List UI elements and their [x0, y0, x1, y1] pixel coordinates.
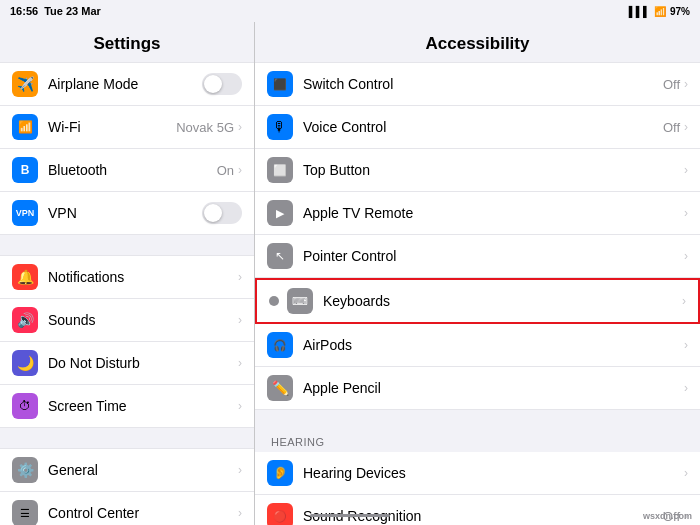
watermark: wsxdn.com — [643, 511, 692, 521]
chevron-icon: › — [238, 463, 242, 477]
right-item-hearingdevices[interactable]: 👂 Hearing Devices › — [255, 452, 700, 495]
right-panel-title: Accessibility — [255, 22, 700, 62]
battery-indicator: 97% — [670, 6, 690, 17]
keyboards-icon: ⌨ — [287, 288, 313, 314]
scroll-indicator — [310, 514, 390, 517]
sidebar-title: Settings — [0, 22, 254, 62]
airpods-icon: 🎧 — [267, 332, 293, 358]
status-bar-left: 16:56 Tue 23 Mar — [10, 5, 101, 17]
sidebar-item-donotdisturb[interactable]: 🌙 Do Not Disturb › — [0, 342, 254, 385]
sidebar-gap-2 — [0, 430, 254, 448]
chevron-icon: › — [684, 77, 688, 91]
right-panel: Accessibility ⬛ Switch Control Off › 🎙 V… — [255, 22, 700, 525]
chevron-icon: › — [238, 399, 242, 413]
right-item-soundrecognition[interactable]: 🔴 Sound Recognition Off › — [255, 495, 700, 525]
right-item-applepencil[interactable]: ✏️ Apple Pencil › — [255, 367, 700, 410]
sidebar-gap-1 — [0, 237, 254, 255]
sidebar-item-vpn[interactable]: VPN VPN — [0, 192, 254, 235]
sidebar-item-notifications[interactable]: 🔔 Notifications › — [0, 255, 254, 299]
pointercontrol-icon: ↖ — [267, 243, 293, 269]
chevron-icon: › — [238, 163, 242, 177]
right-item-voicecontrol[interactable]: 🎙 Voice Control Off › — [255, 106, 700, 149]
chevron-icon: › — [684, 206, 688, 220]
soundrecognition-icon: 🔴 — [267, 503, 293, 525]
chevron-icon: › — [684, 466, 688, 480]
sounds-icon: 🔊 — [12, 307, 38, 333]
chevron-icon: › — [682, 294, 686, 308]
status-time: 16:56 — [10, 5, 38, 17]
right-item-pointercontrol[interactable]: ↖ Pointer Control › — [255, 235, 700, 278]
chevron-icon: › — [238, 270, 242, 284]
airplane-toggle[interactable] — [202, 73, 242, 95]
notifications-icon: 🔔 — [12, 264, 38, 290]
screentime-icon: ⏱ — [12, 393, 38, 419]
section-label-hearing: HEARING — [255, 428, 700, 452]
status-date: Tue 23 Mar — [44, 5, 101, 17]
chevron-icon: › — [684, 338, 688, 352]
vpn-icon: VPN — [12, 200, 38, 226]
vpn-toggle[interactable] — [202, 202, 242, 224]
airplane-icon: ✈️ — [12, 71, 38, 97]
sidebar-group-system: ⚙️ General › ☰ Control Center › ☀️ Displ… — [0, 448, 254, 525]
sidebar-item-controlcenter[interactable]: ☰ Control Center › — [0, 492, 254, 525]
wifi-icon: 📶 — [12, 114, 38, 140]
bluetooth-icon: B — [12, 157, 38, 183]
right-item-topbutton[interactable]: ⬜ Top Button › — [255, 149, 700, 192]
right-section-1: ⬛ Switch Control Off › 🎙 Voice Control O… — [255, 62, 700, 410]
voicecontrol-icon: 🎙 — [267, 114, 293, 140]
chevron-icon: › — [684, 381, 688, 395]
signal-icon: ▌▌▌ — [629, 6, 650, 17]
switchcontrol-icon: ⬛ — [267, 71, 293, 97]
appletv-icon: ▶ — [267, 200, 293, 226]
sidebar-item-general[interactable]: ⚙️ General › — [0, 448, 254, 492]
chevron-icon: › — [684, 120, 688, 134]
sidebar-item-airplane[interactable]: ✈️ Airplane Mode — [0, 62, 254, 106]
controlcenter-icon: ☰ — [12, 500, 38, 525]
donotdisturb-icon: 🌙 — [12, 350, 38, 376]
chevron-icon: › — [238, 313, 242, 327]
chevron-icon: › — [238, 120, 242, 134]
sidebar: Settings ✈️ Airplane Mode 📶 Wi-Fi Novak … — [0, 22, 255, 525]
chevron-icon: › — [684, 163, 688, 177]
status-bar-right: ▌▌▌ 📶 97% — [629, 6, 690, 17]
right-item-switchcontrol[interactable]: ⬛ Switch Control Off › — [255, 62, 700, 106]
sidebar-item-sounds[interactable]: 🔊 Sounds › — [0, 299, 254, 342]
chevron-icon: › — [238, 506, 242, 520]
sidebar-item-bluetooth[interactable]: B Bluetooth On › — [0, 149, 254, 192]
right-item-airpods[interactable]: 🎧 AirPods › — [255, 324, 700, 367]
right-item-keyboards[interactable]: ⌨ Keyboards › — [255, 278, 700, 324]
sidebar-group-notifications: 🔔 Notifications › 🔊 Sounds › 🌙 Do Not Di… — [0, 255, 254, 428]
chevron-icon: › — [238, 356, 242, 370]
sidebar-item-screentime[interactable]: ⏱ Screen Time › — [0, 385, 254, 428]
selected-dot — [269, 296, 279, 306]
right-section-hearing: HEARING 👂 Hearing Devices › 🔴 Sound Reco… — [255, 428, 700, 525]
status-bar: 16:56 Tue 23 Mar ▌▌▌ 📶 97% — [0, 0, 700, 22]
sidebar-group-connectivity: ✈️ Airplane Mode 📶 Wi-Fi Novak 5G › B Bl… — [0, 62, 254, 235]
wifi-icon: 📶 — [654, 6, 666, 17]
applepencil-right-icon: ✏️ — [267, 375, 293, 401]
sidebar-item-wifi[interactable]: 📶 Wi-Fi Novak 5G › — [0, 106, 254, 149]
hearingdevices-icon: 👂 — [267, 460, 293, 486]
general-icon: ⚙️ — [12, 457, 38, 483]
chevron-icon: › — [684, 249, 688, 263]
topbutton-icon: ⬜ — [267, 157, 293, 183]
main-layout: Settings ✈️ Airplane Mode 📶 Wi-Fi Novak … — [0, 22, 700, 525]
right-gap-1 — [255, 410, 700, 428]
right-item-appletvremote[interactable]: ▶ Apple TV Remote › — [255, 192, 700, 235]
